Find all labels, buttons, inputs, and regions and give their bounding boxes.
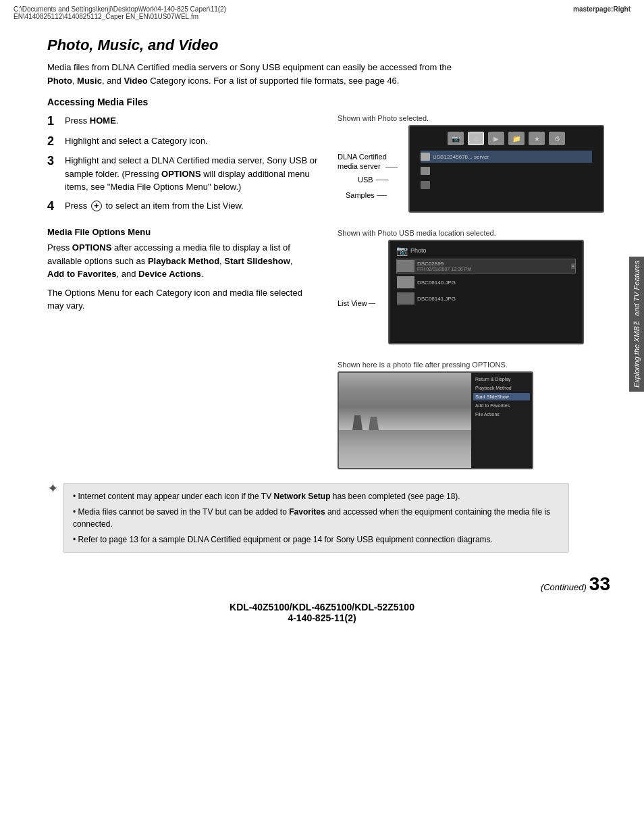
filedate-1: FRI 02/03/2007 12:06 PM (417, 267, 471, 271)
options-desc: The Options Menu for each Category icon … (47, 286, 304, 313)
callout-dlna: DLNA Certifiedmedia server (338, 152, 398, 172)
step-3: 3 Highlight and select a DLNA Certified … (47, 154, 331, 194)
screenshot-1-area: Shown with Photo selected. DLNA Certifie… (338, 114, 610, 213)
step-4: 4 Press + to select an item from the Lis… (47, 199, 331, 214)
callout-samples: Samples (346, 191, 387, 199)
menu-playback: Playback Method (473, 384, 530, 392)
screenshot-2-area: Shown with Photo USB media location sele… (338, 229, 610, 344)
page-footer: KDL-40Z5100/KDL-46Z5100/KDL-52Z5100 4-14… (0, 602, 644, 634)
screen1-items-list: USB12345678... server (414, 151, 599, 191)
menu-actions: File Actions (473, 411, 530, 418)
screen1-icon-row: 📷 ♫ ▶ 📁 ★ ⚙ (414, 132, 599, 145)
tv-screen-1: 📷 ♫ ▶ 📁 ★ ⚙ USB12345678... server (408, 125, 604, 213)
chair-1 (352, 415, 363, 430)
page-number: 33 (589, 573, 610, 595)
screen2-file-list: DSC02899 FRI 02/03/2007 12:06 PM ▪ DSC06… (394, 259, 579, 306)
continued-area: (Continued) 33 (0, 567, 644, 595)
screenshot-1-layout: DLNA Certifiedmedia server USB Samples (338, 125, 610, 213)
screenshot-2-label: Shown with Photo USB media location sele… (338, 229, 610, 237)
screen1-item-usb (421, 165, 592, 177)
thumb-2 (397, 276, 414, 288)
icon-music: ♫ (468, 132, 484, 145)
screen1-item-dlna: USB12345678... server (421, 151, 592, 163)
tip-section: ✦ • Internet content may appear under ea… (47, 483, 610, 553)
continued-text: (Continued) (541, 582, 587, 592)
step-3-number: 3 (47, 154, 65, 169)
screen2-folder: Photo (410, 247, 427, 254)
tip-item-1: • Internet content may appear under each… (73, 490, 559, 502)
tv-screen-2: 📷 Photo DSC02899 FRI 02/03/2007 12:06 PM (388, 240, 584, 344)
callout-usb: USB (358, 176, 388, 184)
header-path: C:\Documents and Settings\kenji\Desktop\… (14, 5, 226, 20)
dlna-item-text: USB12345678... server (433, 154, 489, 160)
filename-1: DSC02899 (417, 261, 471, 267)
section-heading: Accessing Media Files (47, 97, 610, 107)
dlna-item-icon (421, 153, 430, 161)
media-file-options-section: Media File Options Menu Press OPTIONS af… (47, 227, 331, 313)
screen3-options-menu: Return & Display Playback Method Start S… (471, 373, 532, 468)
menu-favorites: Add to Favorites (473, 402, 530, 409)
part-number-prefix: 4-140-825- (288, 613, 334, 623)
main-content: Photo, Music, and Video Media files from… (0, 23, 644, 567)
icon-settings: ⚙ (549, 132, 565, 145)
file-info-2: DSC06140.JPG (417, 280, 456, 286)
step-1-number: 1 (47, 114, 65, 129)
screenshot-1-label: Shown with Photo selected. (338, 114, 610, 122)
part-number-suffix: (2) (344, 613, 356, 623)
content-layout: 1 Press HOME. 2 Highlight and select a C… (47, 114, 610, 469)
step-1: 1 Press HOME. (47, 114, 331, 129)
tip-box: • Internet content may appear under each… (63, 483, 569, 553)
step-2-number: 2 (47, 134, 65, 149)
usb-item-icon (421, 167, 430, 175)
callout-listview: List View (338, 299, 375, 307)
intro-paragraph: Media files from DLNA Certified media se… (47, 61, 452, 87)
screen2-file-3: DSC06141.JPG (396, 291, 576, 306)
menu-slideshow: Start SlideShow (473, 393, 530, 400)
model-number: KDL-40Z5100/KDL-46Z5100/KDL-52Z5100 (0, 602, 644, 613)
step-4-number: 4 (47, 199, 65, 214)
photo-sky (339, 373, 471, 430)
filename-3: DSC06141.JPG (417, 296, 456, 302)
page-header: C:\Documents and Settings\kenji\Desktop\… (0, 0, 644, 23)
icon-folder: 📁 (508, 132, 525, 145)
screen2-camera-icon: 📷 (396, 245, 408, 256)
icon-video: ▶ (488, 132, 504, 145)
screen2-file-1: DSC02899 FRI 02/03/2007 12:06 PM ▪ (396, 259, 576, 273)
steps-column: 1 Press HOME. 2 Highlight and select a C… (47, 114, 331, 469)
part-number: 4-140-825-11(2) (0, 613, 644, 623)
step-1-text: Press HOME. (65, 114, 118, 128)
screenshot-3-label: Shown here is a photo file after pressin… (338, 361, 610, 369)
thumb-1 (397, 260, 414, 272)
file-info-3: DSC06141.JPG (417, 296, 456, 302)
callout-listview-area: List View (338, 240, 388, 344)
callout-labels-1: DLNA Certifiedmedia server USB Samples (338, 125, 408, 213)
page-title: Photo, Music, and Video (47, 36, 610, 54)
screen3-photo (339, 373, 471, 468)
filename-2: DSC06140.JPG (417, 280, 456, 286)
step-4-text: Press + to select an item from the List … (65, 199, 244, 213)
step-2: 2 Highlight and select a Category icon. (47, 134, 331, 149)
menu-return: Return & Display (473, 375, 530, 383)
screenshot-3-area: Shown here is a photo file after pressin… (338, 361, 610, 469)
step-3-text: Highlight and select a DLNA Certified me… (65, 154, 331, 194)
screenshot-2-layout: List View 📷 Photo (338, 240, 610, 344)
circle-plus-icon: + (91, 201, 102, 211)
icon-camera: 📷 (448, 132, 464, 145)
screen2-header: 📷 Photo (394, 245, 579, 256)
header-right: masterpage:Right (573, 5, 630, 20)
thumb-3 (397, 292, 414, 305)
file-info-1: DSC02899 FRI 02/03/2007 12:06 PM (417, 261, 471, 271)
tv-screen-3: Return & Display Playback Method Start S… (338, 371, 533, 469)
step-2-text: Highlight and select a Category icon. (65, 134, 208, 148)
screen2-file-2: DSC06140.JPG (396, 275, 576, 290)
tip-item-3: • Refer to page 13 for a sample DLNA Cer… (73, 533, 559, 546)
chair-2 (369, 417, 379, 430)
file-badge-1: ▪ (571, 263, 575, 269)
side-tab: Exploring the XMB™ and TV Features (629, 257, 644, 392)
part-number-bold: 11 (334, 613, 345, 623)
media-file-options-title: Media File Options Menu (47, 227, 331, 237)
tip-icon: ✦ (47, 480, 59, 496)
samples-item-icon (421, 181, 430, 189)
screen1-item-samples (421, 179, 592, 191)
tip-item-2: • Media files cannot be saved in the TV … (73, 506, 559, 530)
